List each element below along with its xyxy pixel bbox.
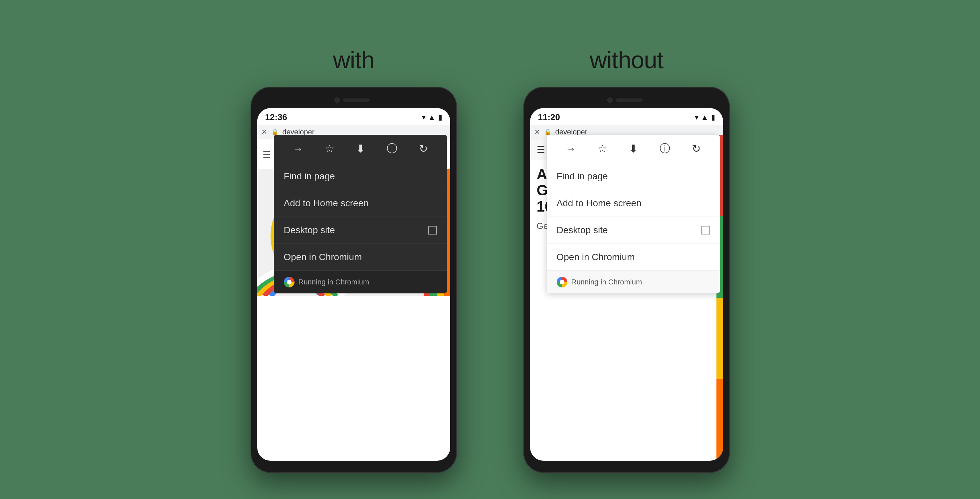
developer-menu-icon[interactable]: ☰: [537, 144, 545, 155]
info-icon-dark[interactable]: ⓘ: [387, 141, 397, 156]
bookmark-icon-dark[interactable]: ☆: [325, 142, 334, 155]
status-bar-left: 12:36 ▾ ▲ ▮: [257, 108, 450, 125]
signal-icon-left: ▲: [428, 113, 436, 122]
time-right: 11:20: [538, 112, 560, 122]
phone-left-screen: 12:36 ▾ ▲ ▮ ✕ 🔒 developer ☰: [257, 108, 450, 461]
footer-text-dark: Running in Chromium: [299, 278, 369, 286]
download-icon-dark[interactable]: ⬇: [356, 142, 365, 155]
menu-item-home-light[interactable]: Add to Home screen: [547, 190, 720, 217]
close-btn-left[interactable]: ✕: [261, 128, 267, 137]
menu-item-find-dark[interactable]: Find in page: [274, 163, 447, 190]
menu-toolbar-dark: → ☆ ⬇ ⓘ ↻: [274, 135, 447, 163]
menu-toolbar-light: → ☆ ⬇ ⓘ ↻: [547, 135, 720, 163]
without-section: without 11:20 ▾ ▲ ▮ ✕: [523, 46, 730, 473]
status-icons-right: ▾ ▲ ▮: [695, 113, 715, 122]
speaker-left: [343, 99, 370, 102]
menu-light: → ☆ ⬇ ⓘ ↻ Find in page Add to Home scree…: [547, 135, 720, 293]
battery-icon-left: ▮: [438, 113, 442, 122]
with-section: with 12:36 ▾ ▲ ▮ ✕ 🔒: [251, 46, 457, 473]
camera-right: [607, 97, 612, 103]
menu-item-chromium-light[interactable]: Open in Chromium: [547, 244, 720, 271]
time-left: 12:36: [265, 112, 288, 122]
with-label: with: [333, 46, 374, 73]
info-icon-light[interactable]: ⓘ: [660, 141, 670, 156]
signal-icon-right: ▲: [701, 113, 708, 122]
chromium-icon-light: [557, 277, 567, 288]
desktop-checkbox-light[interactable]: [701, 226, 710, 235]
refresh-icon-light[interactable]: ↻: [692, 142, 701, 155]
without-label: without: [590, 46, 663, 73]
phone-left-notch: [257, 94, 450, 107]
speaker-right: [616, 99, 643, 102]
menu-dark: → ☆ ⬇ ⓘ ↻ Find in page Add to Home scree…: [274, 135, 447, 293]
google-menu-icon[interactable]: ☰: [262, 149, 271, 160]
battery-icon-right: ▮: [711, 113, 715, 122]
menu-footer-light: Running in Chromium: [547, 271, 720, 293]
forward-icon-light[interactable]: →: [565, 143, 576, 155]
status-bar-right: 11:20 ▾ ▲ ▮: [530, 108, 723, 125]
status-icons-left: ▾ ▲ ▮: [422, 113, 442, 122]
phone-right-notch: [530, 94, 723, 107]
forward-icon-dark[interactable]: →: [293, 143, 303, 155]
menu-item-find-light[interactable]: Find in page: [547, 163, 720, 190]
refresh-icon-dark[interactable]: ↻: [419, 142, 428, 155]
menu-footer-dark: Running in Chromium: [274, 271, 447, 293]
menu-item-home-dark[interactable]: Add to Home screen: [274, 190, 447, 217]
camera-left: [334, 97, 340, 103]
chromium-icon-dark: [284, 277, 294, 288]
download-icon-light[interactable]: ⬇: [629, 142, 638, 155]
phone-right-screen: 11:20 ▾ ▲ ▮ ✕ 🔒 developer ☰ develop: [530, 108, 723, 461]
desktop-checkbox-dark[interactable]: [428, 226, 437, 235]
menu-item-chromium-dark[interactable]: Open in Chromium: [274, 244, 447, 271]
phone-left: 12:36 ▾ ▲ ▮ ✕ 🔒 developer ☰: [251, 87, 457, 473]
footer-text-light: Running in Chromium: [571, 278, 642, 286]
close-btn-right[interactable]: ✕: [534, 128, 540, 137]
main-container: with 12:36 ▾ ▲ ▮ ✕ 🔒: [251, 26, 730, 473]
menu-item-desktop-dark[interactable]: Desktop site: [274, 217, 447, 244]
wifi-icon-right: ▾: [695, 113, 698, 122]
menu-item-desktop-light[interactable]: Desktop site: [547, 217, 720, 244]
bookmark-icon-light[interactable]: ☆: [598, 142, 607, 155]
wifi-icon-left: ▾: [422, 113, 426, 122]
phone-right: 11:20 ▾ ▲ ▮ ✕ 🔒 developer ☰ develop: [523, 87, 730, 473]
